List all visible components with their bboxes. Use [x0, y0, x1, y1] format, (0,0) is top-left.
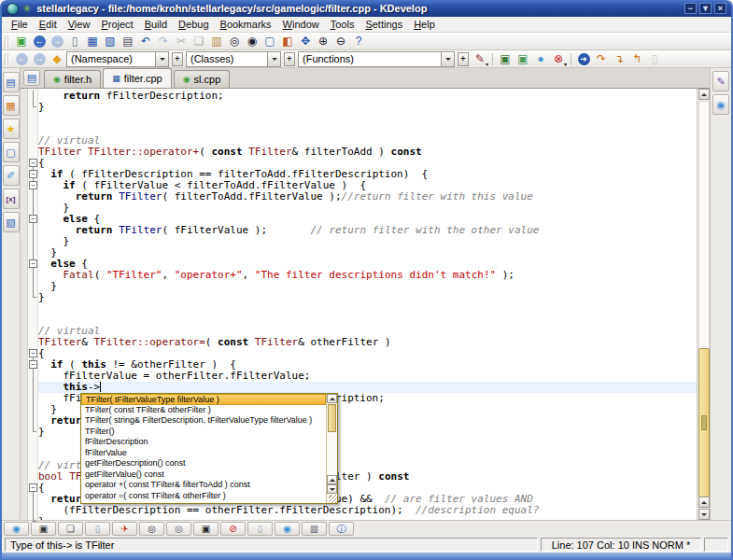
classes-combo-dropdown-button[interactable] [267, 52, 280, 66]
code-line[interactable] [38, 315, 697, 326]
redo-button[interactable]: ↷ [155, 34, 172, 49]
classes-combo-new-button[interactable]: + [284, 52, 295, 66]
file-list-tab[interactable]: ▤ [3, 72, 20, 92]
fold-collapse-marker[interactable] [29, 349, 37, 357]
whats-this-button[interactable]: ? [350, 34, 367, 49]
menu-bookmarks[interactable]: Bookmarks [215, 18, 277, 31]
paste-button[interactable]: ▥ [208, 34, 225, 49]
code-line[interactable]: } [38, 102, 697, 113]
minimize-button[interactable]: − [684, 3, 697, 14]
code-line[interactable]: (fFilterDescription == otherFilter.fFilt… [38, 505, 697, 516]
menu-file[interactable]: File [6, 18, 34, 31]
valgrind-tab[interactable]: ✈ [112, 522, 137, 536]
code-line[interactable]: TFilter TFilter::operator+( const TFilte… [38, 147, 697, 158]
history-back-button[interactable]: ← [13, 51, 30, 67]
documentation-tab[interactable]: ⓘ [329, 522, 354, 536]
classes-combo[interactable]: (Classes) [186, 51, 281, 67]
code-line[interactable]: } [38, 236, 697, 247]
popup-scroll-down-button[interactable] [327, 484, 337, 494]
rebuild-button[interactable]: ▣ [515, 51, 531, 67]
tab-filter-h[interactable]: ◉filter.h [44, 70, 101, 88]
breakpoints-tab[interactable]: ▥ [302, 522, 327, 536]
window-menu-button[interactable] [7, 3, 19, 15]
menu-project[interactable]: Project [95, 18, 138, 31]
code-line[interactable]: } [38, 516, 697, 520]
popup-scrollbar-thumb[interactable] [328, 404, 336, 432]
menu-tools[interactable]: Tools [325, 18, 360, 31]
fold-collapse-marker[interactable] [29, 170, 37, 178]
toolbar-handle[interactable] [5, 35, 9, 48]
scroll-down-button[interactable] [698, 509, 710, 520]
completion-item[interactable]: operator =( const TFilter& otherFilter ) [81, 491, 326, 502]
diff-tab[interactable]: ❏ [58, 522, 83, 536]
run-button[interactable]: ➜ [575, 51, 592, 67]
konqueror-tab[interactable]: ◉ [4, 522, 29, 536]
popup-scrollbar[interactable] [326, 394, 337, 503]
class-browser-button[interactable]: ◆ [49, 51, 65, 67]
problems-tab[interactable]: ⊘ [220, 522, 246, 536]
editor-vertical-scrollbar[interactable] [697, 89, 710, 520]
code-line[interactable]: return TFilter( filterToAdd.fFilterValue… [38, 191, 697, 203]
fold-collapse-marker[interactable] [29, 181, 37, 189]
find-in-files-button[interactable]: ◉ [244, 34, 261, 49]
toolbar-handle[interactable] [5, 53, 9, 65]
scroll-up-button-2[interactable] [698, 497, 710, 508]
split-view-button[interactable]: ◧ [279, 34, 296, 49]
code-line[interactable]: } [38, 281, 697, 292]
code-line[interactable] [38, 113, 697, 124]
functions-combo-new-button[interactable]: + [458, 52, 469, 66]
print-button[interactable]: ▤ [120, 34, 136, 49]
menu-debug[interactable]: Debug [173, 18, 214, 31]
code-line[interactable] [38, 124, 697, 135]
code-line[interactable]: } [38, 292, 697, 303]
popup-scroll-up-button-2[interactable] [327, 475, 337, 484]
window-list-button[interactable]: ▤ [23, 70, 40, 86]
completion-item[interactable]: operator +( const TFilter& filterToAdd )… [81, 480, 326, 491]
application-output-tab[interactable]: ▣ [31, 522, 56, 536]
save-button[interactable]: ▦ [84, 34, 101, 49]
menu-window[interactable]: Window [277, 18, 325, 31]
file-browser-tab[interactable]: ▧ [3, 212, 20, 232]
popup-scroll-up-button[interactable] [327, 394, 337, 403]
step-into-button[interactable]: ↴ [611, 51, 627, 67]
scroll-up-button[interactable] [698, 89, 710, 100]
functions-combo[interactable]: (Functions) [298, 51, 455, 67]
history-forward-button[interactable]: → [31, 51, 48, 67]
fold-collapse-marker[interactable] [29, 360, 37, 369]
namespace-combo-new-button[interactable]: + [172, 52, 183, 66]
namespace-combo-dropdown-button[interactable] [155, 52, 168, 66]
completion-item[interactable]: fFilterDescription [81, 437, 326, 448]
web-browser-tab[interactable]: ◉ [712, 94, 729, 115]
menu-build[interactable]: Build [139, 18, 173, 31]
code-line[interactable]: TFilter& TFilter::operator=( const TFilt… [38, 337, 697, 348]
fold-collapse-marker[interactable] [29, 259, 37, 268]
stop-button[interactable]: ⊗▾ [550, 51, 567, 67]
find-in-files-tab[interactable]: ◎ [139, 522, 164, 536]
watch-variables-tab[interactable]: [x] [3, 189, 20, 209]
zoom-out-button[interactable]: ⊖ [332, 34, 349, 49]
preview-button[interactable]: ● [532, 51, 549, 67]
konsole-tab[interactable]: ▣ [193, 522, 218, 536]
fullscreen-button[interactable]: ✥ [297, 34, 314, 49]
completion-item[interactable]: fFilterValue [81, 448, 326, 459]
code-line[interactable] [38, 303, 697, 315]
completion-item[interactable]: TFilter( tFilterValueType filterValue ) [81, 394, 326, 405]
messages-tab[interactable]: ▯ [85, 522, 110, 536]
make-button[interactable]: ▣ [497, 51, 514, 67]
grep-tab[interactable]: ◎ [166, 522, 191, 536]
cursor-position-panel[interactable]: Line: 107 Col: 10 INS NORM * [541, 538, 701, 552]
copy-button[interactable]: ❏ [190, 34, 207, 49]
forward-button[interactable]: → [49, 34, 65, 49]
code-line[interactable]: return fFilterDescription; [38, 91, 697, 102]
file-selector-tab[interactable]: ▢ [3, 142, 20, 162]
popup-resize-grip[interactable] [329, 495, 337, 503]
menu-settings[interactable]: Settings [359, 18, 408, 31]
functions-combo-dropdown-button[interactable] [441, 52, 454, 66]
close-button[interactable]: × [714, 3, 726, 14]
cut-button[interactable]: ✂ [173, 34, 190, 49]
fold-collapse-marker[interactable] [29, 215, 37, 223]
core-file-button[interactable]: ▯ [646, 51, 663, 67]
code-line[interactable]: } [38, 247, 697, 259]
undo-button[interactable]: ↶ [137, 34, 154, 49]
zoom-in-button[interactable]: ⊕ [315, 34, 331, 49]
